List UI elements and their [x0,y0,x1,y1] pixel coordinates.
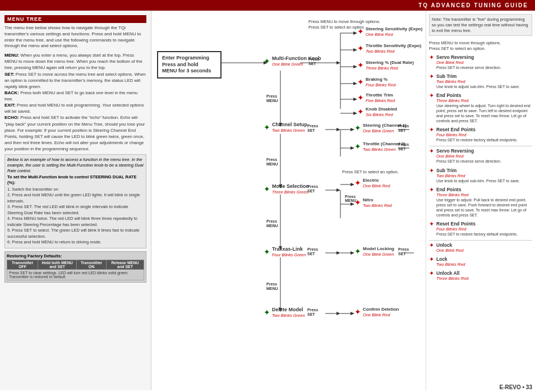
right-item-reset-ep-1-info: Reset End Points Four Blinks Red Press S… [436,127,532,142]
node-throttle-ch2-text: Throttle (Channel 2) Two Blinks Green [363,141,405,152]
svg-text:MENU: MENU [266,287,278,290]
node-nitro-sub: Two Blinks Red [363,203,392,208]
page-header: TQ ADVANCED TUNING GUIDE [0,0,535,11]
right-item-sub-trim-1-sub: Two Blinks Red [436,79,532,84]
svg-text:Press: Press [266,94,277,98]
node-steering-sensitivity-label: Steering Sensitivity (Expo) [366,26,422,32]
right-item-unlock-all: ✦ Unlock All Three Blinks Red [429,270,532,281]
right-item-unlock-sub: One Blink Red [436,248,532,253]
node-mode-selection-label: Mode Selection [272,183,309,190]
right-item-reset-ep-1-sub: Four Blinks Red [436,132,532,137]
node-channel-setup-sub: Two Blinks Green [272,128,307,133]
right-item-servo-rev-1-desc: Press SET to reverse servo direction. [436,65,532,70]
term-set: SET: Press SET to move across the menu t… [4,71,146,90]
term-exit-label: EXIT: [4,103,16,108]
star-icon-servo-rev-1: ✦ [429,54,434,61]
svg-marker-73 [336,312,340,315]
step-2: 2. Press and hold MENU until the green L… [7,192,144,204]
node-knob-disabled-sub: Six Blinks Red [366,112,397,117]
left-sidebar: MENU TREE The menu tree below shows how … [0,11,151,390]
right-press-line1: Press MENU to move through options. [429,40,532,46]
node-electric-sub: One Blink Red [363,183,390,188]
term-exit-def: Press and hold MENU to exit programming.… [4,103,144,114]
star-icon-throttle-ch2: ✦ [354,142,361,150]
star-icon-confirm-deletion: ✦ [354,308,361,316]
svg-marker-33 [350,146,354,150]
svg-marker-31 [350,128,354,131]
svg-text:Press: Press [307,247,318,251]
step-1: 1. Switch the transmitter on [7,187,144,193]
factory-col-0: Transmitter OFF [7,260,38,269]
right-item-reset-ep-1: ✦ Reset End Points Four Blinks Red Press… [429,127,532,142]
node-throttle-trim: ✦ Throttle Trim Five Blinks Red [357,93,395,103]
term-back: BACK: Press both MENU and SET to go back… [4,90,146,102]
svg-marker-75 [350,312,354,315]
node-throttle-trim-label: Throttle Trim [366,93,395,98]
right-item-sub-trim-1-label: Sub Trim [436,73,532,79]
node-multi-function-text: Multi-Function Knob One Blink Green [272,56,321,67]
press-set-select-instr: Press SET to select an option. [342,169,399,174]
node-delete-model-text: Delete Model Two Blinks Green [272,307,305,318]
right-item-servo-rev-1-sub: One Blink Red [436,60,532,65]
svg-text:SET: SET [307,312,315,316]
star-icon-channel-setup: ✦ [264,123,270,131]
svg-marker-47 [336,188,340,192]
factory-note: Press SET to clear settings. LED will tu… [7,270,144,280]
right-item-servo-rev-1-label: Servo Reversing [436,54,532,60]
node-throttle-trim-text: Throttle Trim Five Blinks Red [366,93,395,103]
node-model-locking-label: Model Locking [363,246,394,252]
right-item-sub-trim-2-sub: Two Blinks Red [436,173,532,178]
node-steering-sensitivity: ✦ Steering Sensitivity (Expo) One Blink … [357,26,422,37]
node-steering-pct-text: Steering % (Dual Rate) Three Blinks Red [366,60,414,71]
right-item-servo-rev-1: ✦ Servo Reversing One Blink Red Press SE… [429,54,532,70]
svg-marker-28 [336,128,340,131]
node-throttle-sensitivity: ✦ Throttle Sensitivity (Expo) Two Blinks… [357,43,421,54]
node-mode-selection-sub: Three Blinks Green [272,190,309,195]
factory-table: Transmitter OFF Hold both MENU and SET T… [7,260,144,270]
star-icon-unlock-all: ✦ [429,270,434,276]
main-layout: MENU TREE The menu tree below shows how … [0,11,535,390]
right-item-end-points-2-desc: Use trigger to adjust. Pull back to desi… [436,197,532,218]
node-knob-disabled-text: Knob Disabled Six Blinks Red [366,107,397,117]
star-icon-end-points-1: ✦ [429,93,434,99]
node-channel-setup-text: Channel Setup Two Blinks Green [272,122,307,133]
right-sidebar: Note: The transmitter is "live" during p… [426,11,535,390]
svg-marker-16 [353,82,357,85]
node-electric-label: Electric [363,178,390,183]
node-nitro: ✦ Nitro Two Blinks Red [354,197,392,208]
right-item-sub-trim-2-desc: Use knob to adjust sub-trim. Press SET t… [436,178,532,183]
sidebar-title: MENU TREE [4,15,146,23]
svg-text:Press: Press [398,247,409,251]
right-item-sub-trim-2-label: Sub Trim [436,168,532,173]
svg-text:Press: Press [307,308,318,312]
right-item-lock-sub: Two Blinks Red [436,262,532,267]
svg-text:SET: SET [398,252,406,256]
divider-2 [429,240,532,241]
factory-defaults: Restoring Factory Defaults: Transmitter … [4,251,146,283]
star-icon-delete-model: ✦ [264,308,270,316]
node-steering-ch1-text: Steering (Channel 1) One Blink Green [363,123,407,133]
star-icon-throttle-sensitivity: ✦ [357,44,364,52]
node-steering-pct-sub: Three Blinks Red [366,66,414,71]
page-number: E-REVO • 33 [499,384,532,390]
svg-text:Press: Press [266,158,277,162]
right-item-servo-rev-2-info: Servo Reversing One Blink Red Press SET … [436,148,532,164]
node-model-locking: ✦ Model Locking One Blink Green [354,246,394,257]
star-icon-knob-disabled: ✦ [357,108,364,116]
star-icon-model-locking: ✦ [354,247,361,255]
star-icon-unlock: ✦ [429,242,434,248]
node-traxxas-link: ✦ Traxxas-Link Four Blinks Green [264,246,306,257]
star-icon-steering-sensitivity: ✦ [357,27,364,35]
node-confirm-deletion-label: Confirm Deletion [363,307,399,312]
step-3: 3. Press SET. The red LED will blink in … [7,204,144,216]
node-throttle-sensitivity-label: Throttle Sensitivity (Expo) [366,43,421,49]
node-model-locking-text: Model Locking One Blink Green [363,246,394,257]
node-mode-selection: ✦ Mode Selection Three Blinks Green [264,183,309,195]
enter-prog-line1: Enter Programming [162,55,216,62]
right-item-servo-rev-2-label: Servo Reversing [436,148,532,154]
right-press-instruction: Press MENU to move through options. Pres… [429,40,532,52]
node-delete-model-label: Delete Model [272,307,305,313]
term-exit: EXIT: Press and hold MENU to exit progra… [4,102,146,114]
node-knob-disabled-label: Knob Disabled [366,107,397,112]
svg-text:SET: SET [307,128,315,132]
